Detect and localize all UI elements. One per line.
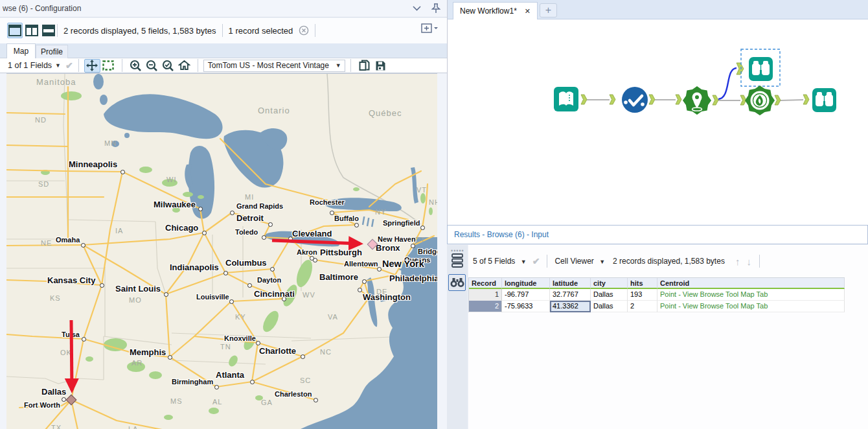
map-state-label: NC [320, 348, 332, 356]
map-labels-layer: ManitobaOntarioQuébecNDMNSDWIIANEMINYVTN… [6, 74, 437, 429]
map-city-dot [313, 258, 317, 262]
workflow-tab[interactable]: New Workflow1* ✕ [453, 2, 538, 19]
input-data-tool[interactable] [554, 87, 578, 111]
map-state-label: NH [429, 198, 437, 206]
table-cell-city[interactable]: Dallas [591, 301, 628, 312]
tab-profile[interactable]: Profile [36, 45, 68, 58]
map-city-label: Kansas City [47, 275, 95, 285]
home-extent-icon[interactable] [176, 59, 192, 73]
browse-tool[interactable] [812, 88, 836, 112]
map-city-label: Buffalo [334, 214, 359, 222]
results-records-summary: 2 records displayed, 1,583 bytes [613, 257, 725, 266]
map-city-dot [330, 211, 334, 215]
table-cell-hits[interactable]: 193 [628, 289, 657, 301]
table-row[interactable]: 2-75.963341.3362Dallas2Point - View Brow… [469, 301, 845, 312]
map-city-dot [268, 222, 273, 227]
create-points-tool[interactable] [683, 86, 711, 115]
map-state-label: AL [212, 398, 222, 406]
map-city-label: Dallas [41, 387, 66, 397]
table-cell-hits[interactable]: 2 [628, 301, 657, 312]
zoom-selection-icon[interactable] [160, 59, 176, 73]
select-tool[interactable] [622, 87, 648, 113]
pan-tool-button[interactable] [84, 59, 100, 73]
map-city-label: Atlanta [216, 370, 244, 380]
map-city-label: Philadelphia [389, 273, 437, 283]
column-header-latitude[interactable]: latitude [550, 278, 591, 289]
map-view-icon[interactable] [448, 274, 466, 291]
map-city-label: Detroit [236, 213, 264, 223]
map-city-label: Cincinnati [254, 289, 295, 299]
workflow-tab-bar: New Workflow1* ✕ + [447, 0, 868, 19]
table-cell-record[interactable]: 1 [469, 289, 502, 301]
map-view[interactable]: ManitobaOntarioQuébecNDMNSDWIIANEMINYVTN… [6, 73, 437, 429]
results-panel-header: Results - Browse (6) - Input [447, 225, 868, 244]
close-tab-icon[interactable]: ✕ [525, 7, 531, 16]
map-city-label: Cleveland [292, 229, 332, 238]
column-header-longitude[interactable]: longitude [502, 278, 550, 289]
cell-viewer-dropdown[interactable]: Cell Viewer ▼ [554, 257, 605, 266]
map-city-label: Indianapolis [170, 262, 219, 272]
table-row[interactable]: 1-96.79732.7767Dallas193Point - View Bro… [469, 289, 845, 301]
column-header-city[interactable]: city [591, 278, 628, 289]
next-record-icon[interactable]: ↓ [746, 256, 751, 267]
copy-icon[interactable] [356, 59, 372, 73]
checkmark-icon[interactable]: ✔ [532, 256, 540, 266]
map-point-marker[interactable] [66, 395, 77, 406]
table-cell-latitude[interactable]: 32.7767 [550, 289, 591, 301]
chevron-down-icon: ▼ [599, 259, 605, 265]
basemap-dropdown[interactable]: TomTom US - Most Recent Vintage ▼ [203, 60, 345, 72]
pin-icon[interactable] [430, 3, 442, 14]
table-cell-longitude[interactable]: -96.797 [502, 289, 550, 301]
save-icon[interactable] [372, 59, 389, 73]
map-toolbar: 1 of 1 Fields ▼ ✔ [0, 58, 447, 73]
table-cell-record[interactable]: 2 [469, 301, 502, 312]
results-fields-dropdown[interactable]: 5 of 5 Fields ▼ [473, 257, 527, 266]
map-city-dot [62, 397, 66, 402]
zoom-out-icon[interactable] [144, 59, 160, 73]
split-horizontal-layout-button[interactable] [41, 23, 56, 38]
records-summary: 2 records displayed, 5 fields, 1,583 byt… [63, 26, 216, 36]
table-view-icon[interactable] [451, 253, 463, 270]
table-cell-city[interactable]: Dallas [591, 289, 628, 301]
fields-dropdown[interactable]: 1 of 1 Fields ▼ ✔ [8, 60, 73, 71]
map-city-dot [270, 267, 275, 272]
map-city-dot [411, 244, 415, 248]
table-cell-longitude[interactable]: -75.9633 [502, 301, 550, 312]
map-city-dot [230, 211, 234, 215]
map-city-label: Knoxville [224, 334, 256, 342]
tab-map[interactable]: Map [6, 43, 36, 58]
single-pane-layout-button[interactable] [7, 23, 23, 38]
map-city-label: Pittsburgh [320, 248, 362, 257]
select-rectangle-tool-button[interactable] [100, 59, 117, 73]
dock-window-icon[interactable] [421, 23, 438, 36]
map-city-label: Allentown [344, 260, 378, 268]
zoom-in-icon[interactable] [128, 59, 144, 73]
selected-connection-wire[interactable] [718, 68, 737, 99]
results-data-grid[interactable]: RecordlongitudelatitudecityhitsCentroid1… [468, 277, 845, 312]
clear-selection-icon[interactable] [299, 25, 309, 36]
workflow-canvas[interactable] [447, 19, 868, 225]
previous-record-icon[interactable]: ↑ [735, 256, 740, 267]
table-cell-centroid[interactable]: Point - View Browse Tool Map Tab [657, 289, 845, 301]
map-city-dot [301, 354, 305, 359]
map-state-label: MS [170, 397, 183, 405]
map-city-label: Chicago [165, 223, 198, 233]
column-header-centroid[interactable]: Centroid [657, 278, 845, 289]
table-cell-centroid[interactable]: Point - View Browse Tool Map Tab [657, 301, 845, 312]
new-workflow-tab-button[interactable]: + [540, 3, 557, 17]
split-vertical-layout-button[interactable] [24, 23, 40, 38]
spatial-process-tool[interactable] [745, 86, 775, 115]
map-state-label: WI [166, 176, 176, 183]
checkmark-icon[interactable]: ✔ [65, 60, 73, 71]
configuration-titlebar: wse (6) - Configuration [0, 0, 447, 17]
map-city-label: Baltimore [319, 272, 358, 282]
column-header-record[interactable]: Record [469, 278, 502, 289]
table-cell-latitude[interactable]: 41.3362 [550, 301, 591, 312]
results-side-toolbar: ••••• [447, 245, 468, 429]
browse-tool-selected[interactable] [741, 49, 780, 86]
chevron-down-icon: ▼ [521, 259, 527, 265]
column-header-hits[interactable]: hits [628, 278, 657, 289]
map-state-label: LA [128, 425, 138, 429]
selection-status: 1 record selected [229, 26, 293, 36]
chevron-down-icon[interactable] [411, 3, 422, 14]
